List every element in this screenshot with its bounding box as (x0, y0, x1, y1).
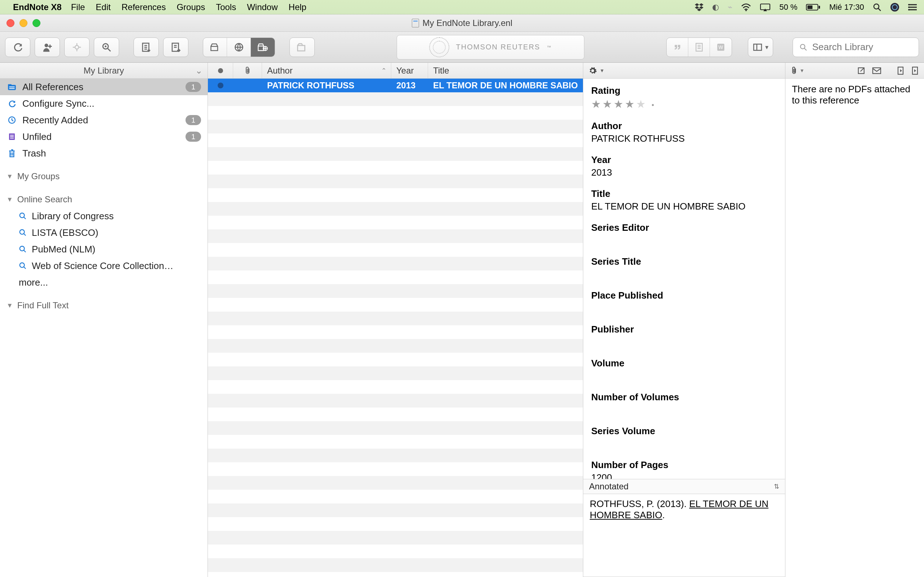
mode-segmented[interactable] (203, 37, 275, 57)
zoom-window-button[interactable] (32, 19, 40, 27)
field-value-num-volumes[interactable] (591, 404, 777, 416)
field-value-num-pages[interactable]: 1200 (591, 472, 777, 479)
clock-icon (6, 116, 17, 124)
field-label-rating: Rating (591, 85, 777, 96)
airplay-icon[interactable] (760, 3, 771, 11)
online-source-wos[interactable]: Web of Science Core Collection… (0, 258, 208, 274)
sidebar-item-trash[interactable]: Trash (0, 145, 208, 161)
chevron-down-icon[interactable]: ▾ (801, 67, 803, 74)
sidebar-header[interactable]: My Library ⌄ (0, 63, 208, 79)
sidebar-item-label: more... (19, 277, 48, 288)
svg-point-19 (105, 45, 107, 47)
sidebar-item-unfiled[interactable]: Unfiled 1 (0, 128, 208, 145)
field-value-year[interactable]: 2013 (591, 167, 777, 178)
open-external-icon[interactable] (857, 66, 866, 75)
siri-icon[interactable] (890, 3, 900, 12)
export-button[interactable] (163, 37, 188, 57)
sync-button[interactable] (5, 37, 30, 57)
spotlight-icon[interactable] (873, 3, 881, 11)
sidebar-group-fft[interactable]: ▼ Find Full Text (0, 297, 208, 314)
field-value-series-title[interactable] (591, 269, 777, 280)
field-value-series-volume[interactable] (591, 438, 777, 449)
col-read[interactable] (208, 63, 233, 78)
svg-point-40 (20, 213, 24, 218)
dropbox-icon[interactable] (695, 3, 703, 11)
online-source-pubmed[interactable]: PubMed (NLM) (0, 241, 208, 258)
menu-window[interactable]: Window (247, 2, 278, 12)
paperclip-icon[interactable] (790, 66, 798, 75)
new-reference-button[interactable] (134, 37, 159, 57)
col-attachment[interactable] (233, 63, 262, 78)
sidebar-item-label: Trash (23, 148, 46, 159)
prev-attachment-icon[interactable] (897, 66, 905, 76)
sidebar-group-mygroups[interactable]: ▼ My Groups (0, 168, 208, 185)
sync-icon (6, 99, 17, 108)
menu-groups[interactable]: Groups (176, 2, 205, 12)
search-library[interactable] (793, 37, 919, 57)
chevron-down-icon[interactable]: ▾ (601, 67, 604, 74)
find-fulltext-button[interactable] (94, 37, 119, 57)
svg-point-29 (801, 44, 805, 49)
attachments-header: ▾ (785, 63, 924, 79)
svg-line-47 (24, 267, 26, 269)
next-attachment-icon[interactable] (911, 66, 919, 76)
col-author[interactable]: Author ⌃ (262, 63, 391, 78)
open-file-button[interactable] (289, 37, 315, 57)
menu-help[interactable]: Help (289, 2, 307, 12)
mode-integrated[interactable] (251, 38, 275, 56)
bluetooth-icon[interactable]: ⌁ (728, 3, 732, 12)
field-value-author[interactable]: PATRICK ROTHFUSS (591, 133, 777, 144)
capture-button[interactable] (64, 37, 89, 57)
field-value-series-editor[interactable] (591, 235, 777, 246)
mode-online[interactable] (227, 38, 251, 56)
disclosure-triangle-icon: ▼ (6, 302, 13, 309)
mode-local[interactable] (203, 38, 227, 56)
search-input[interactable] (812, 42, 912, 53)
minimize-window-button[interactable] (19, 19, 27, 27)
gear-icon[interactable] (588, 66, 597, 75)
battery-icon[interactable] (806, 3, 821, 11)
citation-style-select[interactable]: Annotated ⇅ (583, 479, 785, 494)
field-value-volume[interactable] (591, 371, 777, 382)
field-value-title[interactable]: EL TEMOR DE UN HOMBRE SABIO (591, 201, 777, 212)
creative-cloud-icon[interactable]: ◐ (712, 3, 719, 12)
clock[interactable]: Mié 17:30 (829, 3, 864, 12)
col-title[interactable]: Title (428, 63, 583, 78)
close-window-button[interactable] (6, 19, 15, 27)
sidebar-item-configure-sync[interactable]: Configure Sync... (0, 95, 208, 112)
col-year[interactable]: Year (391, 63, 428, 78)
citation-prefix: ROTHFUSS, P. (2013). (590, 498, 690, 509)
insert-citation-segmented[interactable]: W (666, 37, 732, 57)
field-value-publisher[interactable] (591, 337, 777, 348)
share-button[interactable] (35, 37, 60, 57)
online-source-lista[interactable]: LISTA (EBSCO) (0, 224, 208, 241)
field-label-series-title: Series Title (591, 256, 777, 267)
rating-stars[interactable]: ★★★★★ • (591, 98, 777, 110)
sidebar-group-online[interactable]: ▼ Online Search (0, 191, 208, 208)
sidebar-item-recently-added[interactable]: Recently Added 1 (0, 112, 208, 128)
svg-line-43 (24, 234, 26, 236)
field-label-volume: Volume (591, 358, 777, 369)
menu-file[interactable]: File (71, 2, 85, 12)
sidebar-item-all-references[interactable]: All References 1 (0, 79, 208, 95)
svg-point-14 (908, 9, 909, 10)
battery-percent: 50 % (779, 3, 797, 12)
app-name[interactable]: EndNote X8 (13, 2, 62, 12)
email-icon[interactable] (872, 67, 881, 74)
wifi-icon[interactable] (741, 3, 751, 11)
menu-edit[interactable]: Edit (96, 2, 110, 12)
insert-citation[interactable] (667, 38, 688, 56)
magnifier-globe-icon (19, 262, 27, 270)
sort-asc-icon: ⌃ (381, 67, 386, 75)
sidebar: My Library ⌄ All References 1 Configure … (0, 63, 208, 577)
reference-row[interactable]: PATRICK ROTHFUSS 2013 EL TEMOR DE UN HOM… (208, 79, 583, 92)
field-value-place-published[interactable] (591, 303, 777, 314)
online-source-loc[interactable]: Library of Congress (0, 208, 208, 224)
menu-references[interactable]: References (122, 2, 166, 12)
online-source-more[interactable]: more... (0, 274, 208, 291)
layout-button[interactable]: ▾ (748, 37, 773, 57)
format-bibliography[interactable] (688, 38, 710, 56)
menu-tools[interactable]: Tools (216, 2, 236, 12)
notification-center-icon[interactable] (908, 3, 918, 11)
go-to-word[interactable]: W (710, 38, 732, 56)
